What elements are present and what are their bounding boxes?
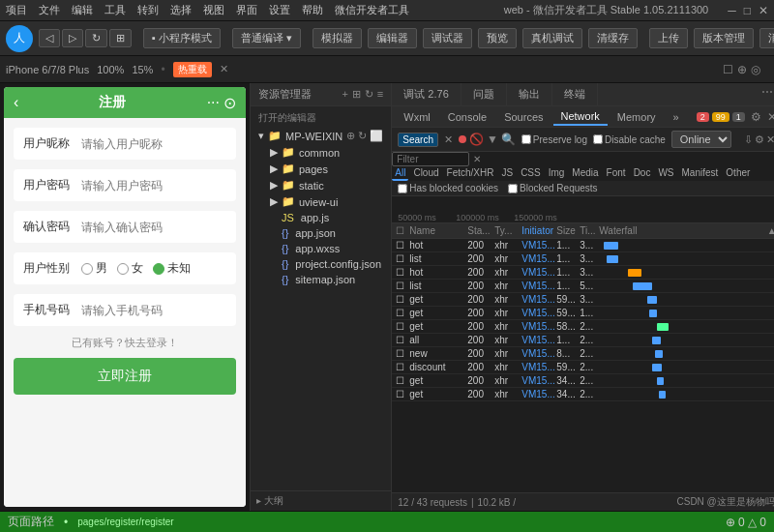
ftype-js[interactable]: JS [498, 166, 516, 181]
row-init-2[interactable]: VM15... [521, 267, 556, 278]
project-icon-3[interactable]: ⬜ [370, 130, 383, 142]
close-btn[interactable]: ✕ [759, 4, 768, 17]
net-row-2[interactable]: ☐ hot 200 xhr VM15... 1... 3... [392, 266, 774, 280]
simulator-btn[interactable]: 模拟器 [313, 28, 362, 48]
folder-pages[interactable]: ▶ 📁 pages [251, 161, 391, 177]
refresh-icon[interactable]: ↻ [365, 88, 373, 101]
ftype-doc[interactable]: Doc [631, 166, 654, 181]
collapse-icon[interactable]: ≡ [377, 88, 383, 101]
ftype-xhr[interactable]: Fetch/XHR [444, 166, 497, 181]
row-check-1[interactable]: ☐ [396, 253, 409, 264]
row-check-6[interactable]: ☐ [396, 321, 409, 332]
menu-file[interactable]: 文件 [39, 3, 60, 17]
folder-static[interactable]: ▶ 📁 static [251, 177, 391, 193]
phone-options[interactable]: ··· ⊙ [207, 94, 236, 112]
gender-female-opt[interactable]: 女 [117, 260, 143, 277]
subtab-memory[interactable]: Memory [610, 109, 664, 125]
row-init-6[interactable]: VM15... [521, 321, 556, 332]
row-check-5[interactable]: ☐ [396, 308, 409, 318]
gender-male-opt[interactable]: 男 [81, 260, 107, 277]
filter-icon[interactable]: ▼ [487, 133, 498, 146]
row-init-1[interactable]: VM15... [521, 253, 556, 264]
subtab-wxml[interactable]: Wxml [396, 109, 438, 125]
file-appjs[interactable]: JS app.js [251, 210, 391, 225]
sim-icon-1[interactable]: ☐ [723, 63, 733, 76]
clear-icon[interactable]: 🚫 [469, 133, 484, 146]
toolbar-icon-3[interactable]: ↻ [85, 29, 107, 47]
subtab-console[interactable]: Console [440, 109, 494, 125]
editor-btn[interactable]: 编辑器 [368, 28, 417, 48]
row-init-0[interactable]: VM15... [521, 240, 556, 251]
preserve-log-cb[interactable] [521, 134, 531, 144]
phone-input[interactable] [81, 304, 226, 317]
row-init-11[interactable]: VM15... [521, 389, 556, 399]
confirm-input[interactable] [81, 221, 226, 234]
toolbar-icon-4[interactable]: ⊞ [109, 29, 132, 47]
ftype-font[interactable]: Font [604, 166, 629, 181]
upload-btn[interactable]: 上传 [649, 28, 688, 48]
row-check-11[interactable]: ☐ [396, 389, 409, 399]
row-check-8[interactable]: ☐ [396, 348, 409, 359]
row-check-3[interactable]: ☐ [396, 281, 409, 291]
toolbar-icon-1[interactable]: ◁ [39, 29, 60, 47]
ftype-other[interactable]: Other [723, 166, 753, 181]
preserve-log-label[interactable]: Preserve log [521, 134, 587, 145]
blocked-requests-cb[interactable] [508, 184, 518, 193]
new-file-icon[interactable]: + [342, 88, 347, 101]
row-init-9[interactable]: VM15... [521, 362, 556, 372]
ftype-ws[interactable]: WS [655, 166, 676, 181]
blocked-requests-label[interactable]: Blocked Requests [508, 183, 598, 193]
menu-select[interactable]: 选择 [170, 3, 192, 17]
row-init-3[interactable]: VM15... [521, 281, 556, 291]
settings-icon[interactable]: ⚙ [755, 133, 764, 146]
menu-project[interactable]: 项目 [6, 3, 27, 17]
menu-goto[interactable]: 转到 [137, 3, 159, 17]
already-account-text[interactable]: 已有账号？快去登录！ [14, 336, 236, 350]
menu-interface[interactable]: 界面 [236, 3, 257, 17]
ftype-manifest[interactable]: Manifest [679, 166, 722, 181]
clearcache-btn[interactable]: 清缓存 [588, 28, 638, 48]
username-input[interactable] [81, 137, 226, 151]
gender-unknown-opt[interactable]: 未知 [153, 260, 191, 277]
sort-icon[interactable]: ▲ [767, 225, 774, 236]
file-sitemap[interactable]: {} sitemap.json [251, 272, 391, 287]
sim-icon-2[interactable]: ⊕ [737, 63, 747, 76]
row-init-10[interactable]: VM15... [521, 375, 556, 386]
tab-problems[interactable]: 问题 [461, 83, 507, 105]
menu-help[interactable]: 帮助 [302, 3, 323, 17]
new-folder-icon[interactable]: ⊞ [352, 88, 361, 101]
row-init-7[interactable]: VM15... [521, 335, 556, 345]
search-icon[interactable]: 🔍 [501, 133, 516, 146]
net-row-7[interactable]: ☐ all 200 xhr VM15... 1... 2... [392, 334, 774, 347]
folder-uview[interactable]: ▶ 📁 uview-ui [251, 193, 391, 210]
ftype-img[interactable]: Img [546, 166, 568, 181]
ftype-css[interactable]: CSS [518, 166, 544, 181]
subtab-network[interactable]: Network [553, 108, 608, 126]
has-blocked-cb[interactable] [398, 184, 407, 193]
net-row-9[interactable]: ☐ discount 200 xhr VM15... 59... 2... [392, 361, 774, 374]
menu-devtools[interactable]: 微信开发者工具 [335, 3, 409, 17]
net-row-1[interactable]: ☐ list 200 xhr VM15... 1... 3... [392, 252, 774, 266]
project-icon-1[interactable]: ⊕ [346, 130, 355, 142]
debugger-btn[interactable]: 调试器 [423, 28, 472, 48]
devtools-more[interactable]: ⋯ [754, 83, 774, 105]
mode-button[interactable]: ▪ 小程序模式 [143, 28, 221, 48]
menu-tools[interactable]: 工具 [104, 3, 126, 17]
preview-btn[interactable]: 预览 [478, 28, 517, 48]
file-appjson[interactable]: {} app.json [251, 225, 391, 241]
import-icon[interactable]: ⇩ [744, 133, 753, 146]
tab-output[interactable]: 输出 [507, 83, 552, 105]
menu-settings[interactable]: 设置 [269, 3, 290, 17]
tab-debug[interactable]: 调试 2.76 [392, 83, 461, 105]
net-row-11[interactable]: ☐ get 200 xhr VM15... 34... 2... [392, 388, 774, 401]
maximize-btn[interactable]: □ [744, 4, 751, 17]
row-check-0[interactable]: ☐ [396, 240, 409, 251]
file-appwxss[interactable]: {} app.wxss [251, 241, 391, 256]
net-row-10[interactable]: ☐ get 200 xhr VM15... 34... 2... [392, 374, 774, 388]
row-check-7[interactable]: ☐ [396, 335, 409, 345]
password-input[interactable] [81, 179, 226, 192]
net-row-6[interactable]: ☐ get 200 xhr VM15... 58... 2... [392, 320, 774, 334]
hotreload-btn[interactable]: 热重载 [173, 62, 212, 77]
row-init-8[interactable]: VM15... [521, 348, 556, 359]
net-row-0[interactable]: ☐ hot 200 xhr VM15... 1... 3... [392, 239, 774, 252]
